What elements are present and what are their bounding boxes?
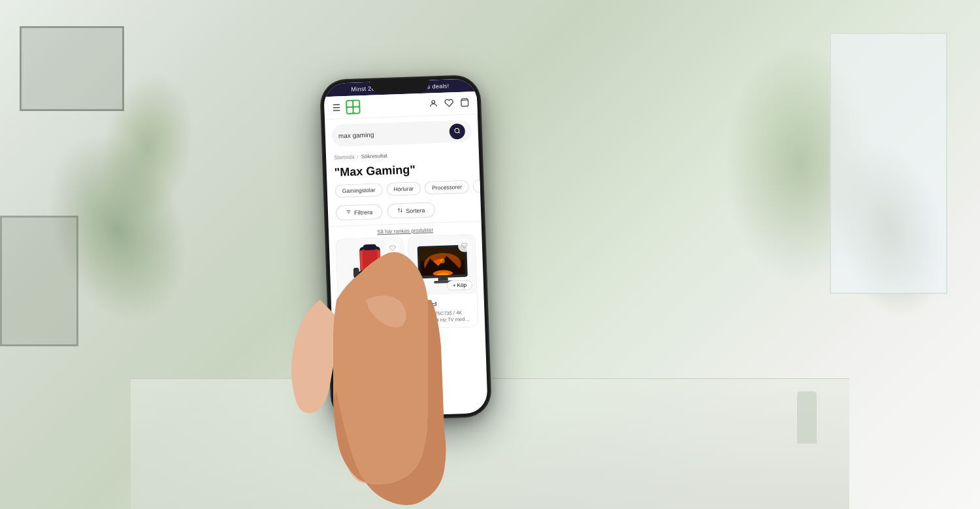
sort-icon (397, 207, 403, 214)
product-card-0[interactable]: + Köp D Douxlife Gaming stol massage kon… (335, 237, 406, 331)
filter-button[interactable]: Filtrera (336, 204, 383, 220)
svg-rect-11 (360, 271, 381, 278)
brand-row-0: D Douxlife (344, 300, 400, 312)
brand-badge-0: D (344, 302, 355, 313)
cddn-logo[interactable] (346, 99, 361, 114)
products-grid: + Köp D Douxlife Gaming stol massage kon… (329, 234, 485, 337)
category-pill-1[interactable]: Hörlurar (386, 182, 421, 196)
add-to-cart-label-1: + Köp (453, 282, 466, 289)
brand-row-1: G Tcl (416, 298, 472, 310)
search-input[interactable] (338, 128, 449, 139)
phone-device: Minst 20% rabatt på Dagens deals! ☰ (321, 76, 491, 421)
bg-window (830, 33, 947, 294)
bg-vase (797, 391, 817, 444)
search-button[interactable] (449, 123, 465, 140)
menu-icon[interactable]: ☰ (332, 102, 341, 112)
product-info-0: D Douxlife Gaming stol massage kontorsto… (338, 296, 406, 331)
product-image-0: + Köp (336, 237, 404, 299)
header-icons (429, 97, 470, 110)
product-card-1[interactable]: + Köp G Tcl TCL 75" 75C735 / 4K QLED 144… (407, 234, 478, 329)
wishlist-button-0[interactable] (386, 241, 400, 255)
brand-letter-1: G (419, 303, 423, 307)
phone-wrapper: Minst 20% rabatt på Dagens deals! ☰ (321, 76, 491, 421)
category-pill-2[interactable]: Processorer (425, 180, 469, 195)
svg-rect-12 (353, 268, 359, 278)
phone-screen: Minst 20% rabatt på Dagens deals! ☰ (323, 78, 488, 418)
bg-frame-1 (20, 26, 124, 111)
search-magnifier-icon (454, 127, 461, 135)
phone-notch (370, 78, 430, 94)
svg-rect-18 (363, 244, 376, 250)
filter-label: Filtrera (354, 208, 372, 216)
breadcrumb-current: Sökresultat (361, 153, 387, 159)
brand-name-0: Douxlife (357, 303, 380, 310)
app-header: ☰ (324, 91, 478, 120)
search-bar (331, 120, 472, 146)
add-to-cart-1[interactable]: + Köp (447, 280, 473, 290)
breadcrumb-home[interactable]: Startsida (334, 154, 355, 161)
sort-button[interactable]: Sortera (387, 202, 435, 219)
logo-cell-4 (353, 107, 359, 113)
category-pill-0[interactable]: Gamingstolar (335, 183, 383, 198)
cart-icon[interactable] (460, 97, 470, 108)
breadcrumb-separator: / (357, 154, 359, 159)
add-to-cart-label-0: + Köp (381, 285, 395, 291)
sort-label: Sortera (406, 206, 425, 214)
product-description-0: Gaming stol massage kontorstolar Ergonom… (344, 312, 400, 326)
logo-cell-3 (347, 107, 353, 113)
brand-name-1: Tcl (429, 301, 437, 307)
product-description-1: TCL 75" 75C735 / 4K QLED 144 Hz TV med G… (416, 310, 472, 324)
user-icon[interactable] (429, 99, 438, 110)
category-pill-3[interactable]: Dat... (473, 180, 481, 193)
filter-icon (346, 209, 351, 216)
wishlist-icon[interactable] (444, 98, 454, 109)
product-info-1: G Tcl TCL 75" 75C735 / 4K QLED 144 Hz TV… (410, 293, 478, 328)
brand-letter-0: D (347, 305, 350, 310)
product-image-1: + Köp (408, 235, 476, 296)
svg-rect-13 (382, 267, 387, 277)
brand-badge-1: G (416, 299, 427, 310)
svg-rect-7 (362, 249, 379, 271)
svg-rect-28 (438, 277, 448, 280)
logo-cell-1 (347, 101, 353, 107)
svg-point-0 (432, 100, 435, 103)
logo-cell-2 (353, 101, 359, 107)
add-to-cart-0[interactable]: + Köp (375, 282, 401, 293)
